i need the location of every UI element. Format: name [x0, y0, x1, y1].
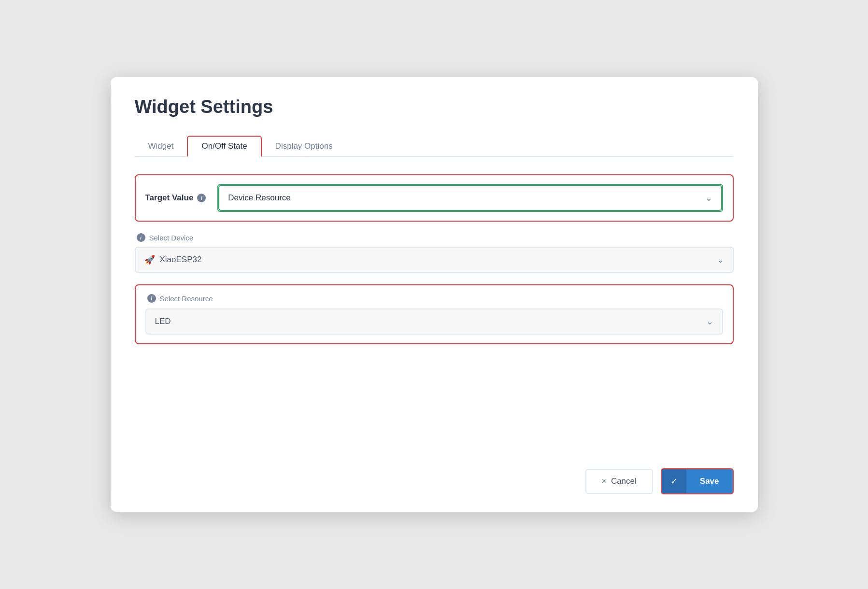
- select-resource-label-row: i Select Resource: [147, 294, 723, 303]
- target-value-info-icon[interactable]: i: [197, 194, 206, 202]
- dialog-footer: × Cancel ✓ Save: [111, 457, 758, 512]
- cancel-x-icon: ×: [602, 477, 606, 486]
- device-selected-name: XiaoESP32: [160, 255, 202, 265]
- dialog-body: Widget Settings Widget On/Off State Disp…: [111, 77, 758, 457]
- target-value-label: Target Value i: [145, 193, 206, 203]
- tabs-row: Widget On/Off State Display Options: [135, 135, 734, 157]
- select-resource-dropdown[interactable]: LED ⌄: [145, 309, 723, 335]
- select-device-section: i Select Device 🚀 XiaoESP32 ⌄: [135, 233, 734, 273]
- cancel-button[interactable]: × Cancel: [585, 469, 653, 494]
- save-checkmark-icon: ✓: [670, 476, 678, 487]
- select-resource-section: i Select Resource LED ⌄: [135, 284, 734, 344]
- device-rocket-icon: 🚀: [144, 254, 155, 265]
- select-resource-label-text: Select Resource: [160, 294, 213, 303]
- target-value-selected: Device Resource: [228, 193, 290, 203]
- device-chevron-icon: ⌄: [717, 254, 724, 265]
- save-button[interactable]: ✓ Save: [661, 468, 734, 494]
- target-value-row: Target Value i Device Resource ⌄: [135, 174, 734, 222]
- tab-onoff[interactable]: On/Off State: [187, 136, 261, 157]
- select-device-info-icon[interactable]: i: [137, 233, 145, 242]
- cancel-label: Cancel: [611, 477, 637, 486]
- resource-chevron-icon: ⌄: [706, 316, 713, 327]
- save-label: Save: [686, 470, 733, 493]
- dialog-container: Widget Settings Widget On/Off State Disp…: [111, 77, 758, 512]
- save-check-area: ✓: [662, 469, 686, 493]
- select-device-label-text: Select Device: [149, 234, 194, 242]
- target-value-chevron-icon: ⌄: [705, 193, 712, 203]
- tab-widget[interactable]: Widget: [135, 137, 187, 157]
- select-device-dropdown[interactable]: 🚀 XiaoESP32 ⌄: [135, 247, 734, 273]
- resource-selected-value: LED: [155, 317, 171, 326]
- target-value-select-wrapper: Device Resource ⌄: [217, 184, 723, 212]
- device-select-left: 🚀 XiaoESP32: [144, 254, 202, 265]
- target-value-text: Target Value: [145, 193, 194, 203]
- form-section: Target Value i Device Resource ⌄ i Selec…: [135, 174, 734, 344]
- select-device-label-row: i Select Device: [137, 233, 734, 242]
- tab-display[interactable]: Display Options: [262, 137, 346, 157]
- target-value-dropdown[interactable]: Device Resource ⌄: [218, 185, 722, 211]
- page-title: Widget Settings: [135, 97, 734, 117]
- select-resource-info-icon[interactable]: i: [147, 294, 156, 303]
